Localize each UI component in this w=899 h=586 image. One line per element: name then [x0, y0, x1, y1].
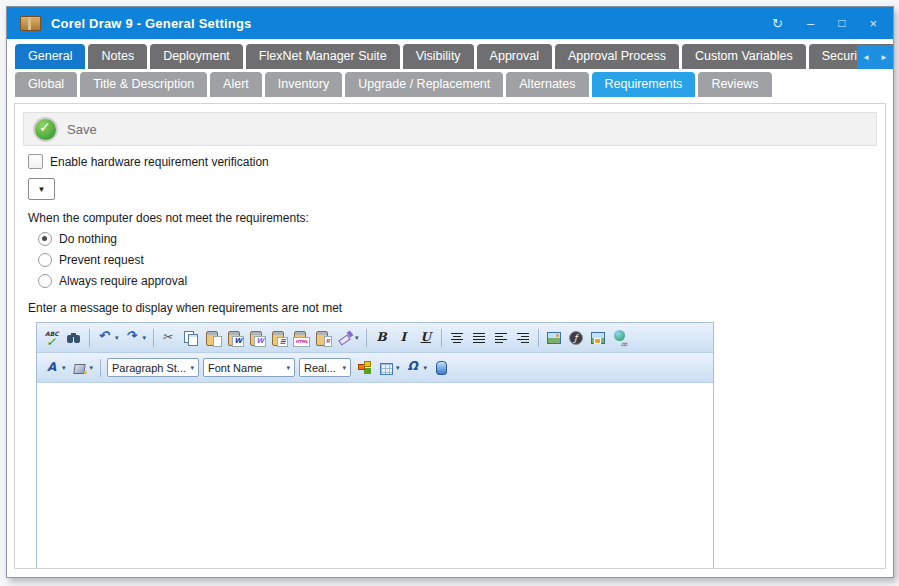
format-stripper-button[interactable]: ▾: [335, 326, 361, 349]
toolbar-separator: [153, 329, 154, 347]
paste-word-icon: [227, 330, 243, 346]
radio-do-nothing[interactable]: [38, 232, 52, 246]
dropdown-arrow-icon: ▾: [355, 334, 359, 342]
flash-button[interactable]: [566, 326, 586, 349]
requirement-dropdown-button[interactable]: ▼: [28, 178, 55, 200]
media-button[interactable]: [431, 356, 451, 379]
cut-icon: [161, 330, 177, 346]
requirements-form: Enable hardware requirement verification…: [28, 154, 885, 569]
editor-content[interactable]: [37, 383, 713, 569]
radio-prevent-request[interactable]: [38, 253, 52, 267]
tab-approval-process[interactable]: Approval Process: [555, 44, 679, 69]
align-center-button[interactable]: [447, 326, 467, 349]
save-check-icon[interactable]: [33, 117, 58, 142]
chevron-down-icon: ▾: [191, 364, 195, 372]
tab-approval[interactable]: Approval: [477, 44, 552, 69]
tab-custom-variables[interactable]: Custom Variables: [682, 44, 806, 69]
tab-visibility[interactable]: Visibility: [403, 44, 474, 69]
radio-always-require-approval[interactable]: [38, 274, 52, 288]
tab-global[interactable]: Global: [15, 72, 77, 97]
image-button[interactable]: [544, 326, 564, 349]
toolbar-separator: [89, 329, 90, 347]
tab-reviews[interactable]: Reviews: [698, 72, 771, 97]
tab-deployment[interactable]: Deployment: [150, 44, 243, 69]
font-name-select[interactable]: Font Name▾: [203, 358, 295, 377]
window-controls: ↻–□×: [772, 17, 877, 30]
image-map-button[interactable]: [588, 326, 608, 349]
find-button[interactable]: [64, 326, 84, 349]
align-left-button[interactable]: [491, 326, 511, 349]
undo-button[interactable]: ▾: [95, 326, 121, 349]
snippet-button[interactable]: [354, 356, 374, 379]
message-instruction-label: Enter a message to display when requirem…: [28, 301, 885, 315]
select-value: Real...: [304, 362, 336, 374]
radio-label: Always require approval: [59, 274, 187, 288]
justify-button[interactable]: [469, 326, 489, 349]
bold-button[interactable]: [372, 326, 392, 349]
redo-button[interactable]: ▾: [123, 326, 149, 349]
tab-alternates[interactable]: Alternates: [506, 72, 588, 97]
dropdown-arrow-icon: ▾: [62, 364, 66, 372]
hardware-verification-checkbox[interactable]: [28, 154, 43, 169]
paste-word-clean-button[interactable]: [247, 326, 267, 349]
window-title: Corel Draw 9 - General Settings: [51, 16, 252, 31]
chevron-down-icon: ▼: [38, 185, 46, 194]
paste-button[interactable]: [203, 326, 223, 349]
dropdown-arrow-icon: ▾: [143, 334, 147, 342]
paragraph-style-select[interactable]: Paragraph St...▾: [107, 358, 199, 377]
font-size-select[interactable]: Real...▾: [299, 358, 351, 377]
font-color-button[interactable]: ▾: [42, 356, 68, 379]
font-color-icon: [44, 360, 60, 376]
paste-plain-button[interactable]: [269, 326, 289, 349]
radio-label: Prevent request: [59, 253, 144, 267]
tab-requirements[interactable]: Requirements: [592, 72, 696, 97]
cut-button[interactable]: [159, 326, 179, 349]
requirements-question-label: When the computer does not meet the requ…: [28, 211, 885, 225]
dropdown-arrow-icon: ▾: [90, 364, 94, 372]
paste-html-button[interactable]: [291, 326, 311, 349]
maximize-button[interactable]: □: [838, 17, 845, 29]
tab-flexnet-manager-suite[interactable]: FlexNet Manager Suite: [246, 44, 400, 69]
table-button[interactable]: ▾: [376, 356, 402, 379]
save-button[interactable]: Save: [67, 122, 97, 137]
paste-word-button[interactable]: [225, 326, 245, 349]
paste-html-icon: [293, 330, 309, 346]
tab-alert[interactable]: Alert: [210, 72, 262, 97]
paste-special-button[interactable]: [313, 326, 333, 349]
close-button[interactable]: ×: [869, 17, 877, 30]
chevron-down-icon: ▾: [343, 364, 347, 372]
align-right-button[interactable]: [513, 326, 533, 349]
tab-inventory[interactable]: Inventory: [265, 72, 342, 97]
paste-icon: [205, 330, 221, 346]
symbol-button[interactable]: ▾: [404, 356, 430, 379]
underline-button[interactable]: [416, 326, 436, 349]
hyperlink-button[interactable]: [610, 326, 630, 349]
save-toolbar: Save: [23, 112, 877, 146]
copy-button[interactable]: [181, 326, 201, 349]
fill-color-button[interactable]: ▾: [70, 356, 96, 379]
tab-title-description[interactable]: Title & Description: [80, 72, 207, 97]
settings-window: Corel Draw 9 - General Settings ↻–□× Gen…: [6, 6, 894, 578]
scroll-left-icon[interactable]: ◄: [862, 54, 870, 62]
radio-row: Prevent request: [38, 253, 885, 267]
hyperlink-icon: [612, 330, 628, 346]
dropdown-arrow-icon: ▾: [396, 364, 400, 372]
tab-general[interactable]: General: [15, 44, 85, 69]
symbol-icon: [406, 360, 422, 376]
fill-color-icon: [72, 360, 88, 376]
select-value: Paragraph St...: [112, 362, 186, 374]
tab-upgrade-replacement[interactable]: Upgrade / Replacement: [345, 72, 503, 97]
format-stripper-icon: [337, 330, 353, 346]
scroll-right-icon[interactable]: ►: [880, 54, 888, 62]
select-value: Font Name: [208, 362, 262, 374]
minimize-button[interactable]: –: [807, 17, 814, 30]
radio-row: Always require approval: [38, 274, 885, 288]
spellcheck-button[interactable]: [42, 326, 62, 349]
italic-button[interactable]: [394, 326, 414, 349]
paste-plain-icon: [271, 330, 287, 346]
tab-notes[interactable]: Notes: [88, 44, 147, 69]
radio-label: Do nothing: [59, 232, 117, 246]
toolbar-separator: [441, 329, 442, 347]
refresh-button[interactable]: ↻: [772, 17, 783, 30]
image-icon: [546, 330, 562, 346]
